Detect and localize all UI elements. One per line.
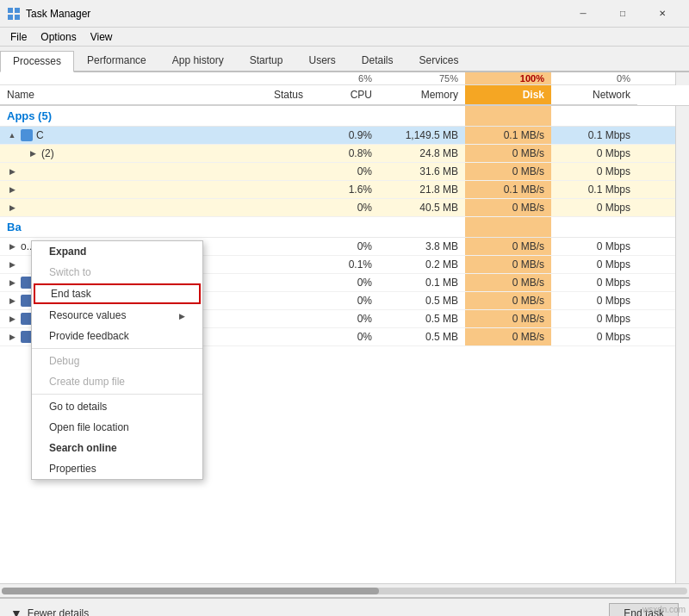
table-row[interactable]: (2) 0.8% 24.8 MB 0 MB/s 0 Mbps <box>0 145 689 163</box>
cell-bg-disk-2: 0 MB/s <box>465 256 551 273</box>
col-cpu[interactable]: CPU <box>310 85 379 105</box>
horizontal-scrollbar[interactable] <box>0 583 689 597</box>
submenu-arrow <box>179 309 185 321</box>
title-bar: Task Manager ─ □ ✕ <box>0 0 689 28</box>
h-scroll-thumb[interactable] <box>2 588 379 594</box>
col-memory[interactable]: Memory <box>379 85 465 105</box>
menu-file[interactable]: File <box>3 29 34 45</box>
expand-bg-icon-4[interactable] <box>7 296 17 306</box>
cell-memory-1: 1,149.5 MB <box>379 127 465 144</box>
expand-bg-icon-6[interactable] <box>7 332 17 342</box>
menu-view[interactable]: View <box>84 29 120 45</box>
app-icon <box>7 7 21 21</box>
cell-memory-5: 40.5 MB <box>379 199 465 216</box>
cell-cpu-1: 0.9% <box>310 127 379 144</box>
tab-bar: Processes Performance App history Startu… <box>0 47 689 72</box>
maximize-button[interactable]: □ <box>603 0 642 28</box>
context-menu: Expand Switch to End task Resource value… <box>31 240 203 480</box>
expand-icon-2[interactable] <box>28 148 38 159</box>
window-title: Task Manager <box>26 8 563 20</box>
cell-network-4: 0.1 Mbps <box>551 181 637 198</box>
cell-bg-net-2: 0 Mbps <box>551 256 637 273</box>
expand-icon-1[interactable] <box>7 130 17 140</box>
ctx-debug: Debug <box>32 351 202 371</box>
cell-name-1: C <box>0 127 233 144</box>
tab-services[interactable]: Services <box>407 50 472 71</box>
fewer-details-button[interactable]: ▼ Fewer details <box>10 607 89 616</box>
ctx-go-to-details[interactable]: Go to details <box>32 396 202 417</box>
close-button[interactable]: ✕ <box>642 0 682 28</box>
col-name[interactable]: Name <box>0 85 233 105</box>
ctx-properties[interactable]: Properties <box>32 458 202 479</box>
cell-bg-cpu-4: 0% <box>310 292 379 309</box>
ctx-resource-values[interactable]: Resource values <box>32 305 202 326</box>
main-content: 6% 75% 100% 0% Name Status CPU Memory Di… <box>0 72 689 583</box>
cell-bg-net-1: 0 Mbps <box>551 238 637 255</box>
cell-bg-mem-6: 0.5 MB <box>379 328 465 345</box>
cell-status-3 <box>233 163 310 180</box>
expand-icon-5[interactable] <box>7 202 17 213</box>
stat-status-empty <box>233 72 310 84</box>
table-row[interactable]: 0% 31.6 MB 0 MB/s 0 Mbps <box>0 163 689 181</box>
col-status[interactable]: Status <box>233 85 310 105</box>
ctx-end-task[interactable]: End task <box>34 283 201 304</box>
svg-rect-1 <box>15 8 20 13</box>
cell-bg-mem-4: 0.5 MB <box>379 292 465 309</box>
ctx-open-file[interactable]: Open file location <box>32 417 202 438</box>
menu-bar: File Options View <box>0 28 689 47</box>
cell-disk-2: 0 MB/s <box>465 145 551 162</box>
cell-bg-disk-3: 0 MB/s <box>465 274 551 291</box>
cell-bg-mem-3: 0.1 MB <box>379 274 465 291</box>
h-scroll-track[interactable] <box>2 588 687 594</box>
expand-bg-icon-3[interactable] <box>7 277 17 288</box>
svg-rect-3 <box>15 15 20 20</box>
tab-app-history[interactable]: App history <box>159 50 237 71</box>
cell-memory-3: 31.6 MB <box>379 163 465 180</box>
cell-bg-net-5: 0 Mbps <box>551 310 637 327</box>
stat-network: 0% <box>551 72 637 84</box>
cell-bg-cpu-3: 0% <box>310 274 379 291</box>
tab-performance[interactable]: Performance <box>74 50 159 71</box>
expand-bg-icon-1[interactable] <box>7 241 17 252</box>
tab-users[interactable]: Users <box>295 50 348 71</box>
svg-rect-2 <box>8 15 13 20</box>
cell-bg-mem-5: 0.5 MB <box>379 310 465 327</box>
ctx-search-online[interactable]: Search online <box>32 438 202 458</box>
expand-bg-icon-5[interactable] <box>7 314 17 324</box>
cell-memory-2: 24.8 MB <box>379 145 465 162</box>
table-row[interactable]: 1.6% 21.8 MB 0.1 MB/s 0.1 Mbps <box>0 181 689 199</box>
expand-icon-3[interactable] <box>7 166 17 177</box>
cell-bg-mem-1: 3.8 MB <box>379 238 465 255</box>
cell-bg-disk-6: 0 MB/s <box>465 328 551 345</box>
cell-cpu-4: 1.6% <box>310 181 379 198</box>
cell-name-3 <box>0 163 233 180</box>
cell-bg-disk-1: 0 MB/s <box>465 238 551 255</box>
expand-bg-icon-2[interactable] <box>7 259 17 270</box>
fewer-details-label: Fewer details <box>28 607 89 616</box>
cell-bg-disk-5: 0 MB/s <box>465 310 551 327</box>
cell-bg-net-6: 0 Mbps <box>551 328 637 345</box>
minimize-button[interactable]: ─ <box>563 0 603 28</box>
tab-startup[interactable]: Startup <box>237 50 296 71</box>
ctx-provide-feedback[interactable]: Provide feedback <box>32 326 202 346</box>
tab-processes[interactable]: Processes <box>0 51 74 72</box>
expand-icon-4[interactable] <box>7 184 17 195</box>
ctx-expand[interactable]: Expand <box>32 241 202 262</box>
ctx-switch-to: Switch to <box>32 262 202 283</box>
table-row[interactable]: C 0.9% 1,149.5 MB 0.1 MB/s 0.1 Mbps <box>0 127 689 145</box>
vertical-scrollbar[interactable] <box>675 72 689 583</box>
apps-section-header: Apps (5) <box>0 106 689 127</box>
cell-disk-3: 0 MB/s <box>465 163 551 180</box>
cell-disk-1: 0.1 MB/s <box>465 127 551 144</box>
cell-network-2: 0 Mbps <box>551 145 637 162</box>
menu-options[interactable]: Options <box>34 29 83 45</box>
window-controls: ─ □ ✕ <box>563 0 682 28</box>
col-network[interactable]: Network <box>551 85 637 105</box>
cell-name-2: (2) <box>0 145 233 162</box>
tab-details[interactable]: Details <box>349 50 407 71</box>
col-disk[interactable]: Disk <box>465 85 551 105</box>
stat-cpu: 6% <box>310 72 379 84</box>
cell-bg-cpu-5: 0% <box>310 310 379 327</box>
table-row[interactable]: 0% 40.5 MB 0 MB/s 0 Mbps <box>0 199 689 217</box>
stat-disk: 100% <box>465 72 551 84</box>
